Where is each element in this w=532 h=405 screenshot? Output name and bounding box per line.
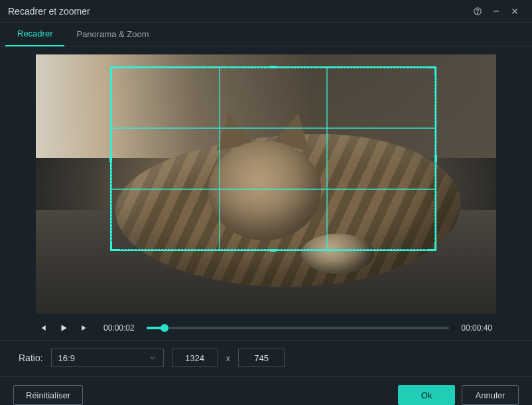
help-icon[interactable] [468, 2, 487, 21]
ok-button[interactable]: Ok [398, 385, 455, 405]
svg-point-1 [477, 13, 478, 13]
cancel-button[interactable]: Annuler [462, 385, 519, 405]
minimize-icon[interactable] [487, 2, 505, 21]
playback-bar: 00:00:02 00:00:40 [0, 317, 532, 337]
ratio-row: Ratio: 16:9 1324 x 745 [0, 340, 532, 372]
ratio-select[interactable]: 16:9 [51, 349, 164, 367]
window-title: Recadrer et zoomer [8, 6, 468, 17]
chevron-down-icon [149, 354, 157, 362]
tab-panorama-zoom[interactable]: Panorama & Zoom [64, 23, 161, 46]
close-icon[interactable] [505, 2, 524, 21]
seek-slider[interactable] [147, 327, 450, 329]
footer: Réinitialiser Ok Annuler [0, 376, 532, 405]
play-button[interactable] [57, 321, 70, 335]
ratio-label: Ratio: [19, 353, 43, 363]
current-time: 00:00:02 [100, 323, 139, 333]
video-preview[interactable] [36, 54, 496, 313]
width-input[interactable]: 1324 [172, 349, 218, 367]
prev-frame-button[interactable] [36, 321, 49, 335]
preview-image [36, 54, 496, 313]
total-time: 00:00:40 [457, 323, 496, 333]
next-frame-button[interactable] [78, 321, 92, 335]
height-input[interactable]: 745 [238, 349, 285, 367]
seek-knob[interactable] [161, 324, 168, 332]
preview-area [0, 46, 532, 317]
tabs: Recadrer Panorama & Zoom [0, 23, 532, 46]
tab-crop[interactable]: Recadrer [5, 23, 64, 46]
reset-button[interactable]: Réinitialiser [13, 385, 83, 405]
titlebar: Recadrer et zoomer [0, 0, 532, 23]
ratio-value: 16:9 [58, 353, 75, 363]
by-label: x [226, 353, 231, 363]
